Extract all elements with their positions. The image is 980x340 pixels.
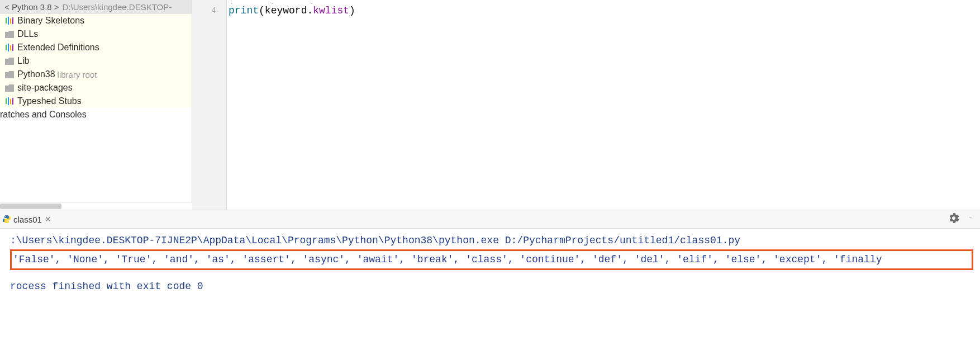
sidebar-header[interactable]: < Python 3.8 > D:\Users\kingdee.DESKTOP-	[0, 0, 192, 14]
svg-rect-10	[10, 99, 11, 104]
svg-rect-2	[10, 18, 11, 23]
console-command-line: :\Users\kingdee.DESKTOP-7IJNE2P\AppData\…	[10, 232, 973, 249]
stub-icon	[4, 16, 15, 25]
tree-item-binary-skeletons[interactable]: Binary Skeletons	[0, 14, 192, 27]
tree-item-label: Python38	[17, 69, 55, 79]
python-path-label: D:\Users\kingdee.DESKTOP-	[63, 2, 172, 12]
tree-item-lib[interactable]: Lib	[0, 54, 192, 68]
tree-item-typeshed-stubs[interactable]: Typeshed Stubs	[0, 95, 192, 108]
tree-item-label: Extended Definitions	[17, 42, 99, 53]
code-editor[interactable]: 4 import keyword print(keyword.kwlist)	[192, 0, 980, 210]
console-exit-line: rocess finished with exit code 0	[10, 278, 973, 295]
svg-rect-5	[8, 44, 9, 51]
tree-item-label: ratches and Consoles	[0, 110, 87, 119]
library-root-label: library root	[58, 70, 97, 79]
tree-item-label: site-packages	[17, 83, 73, 93]
svg-point-13	[7, 221, 8, 223]
run-console[interactable]: :\Users\kingdee.DESKTOP-7IJNE2P\AppData\…	[0, 229, 980, 299]
code-line-4: print(keyword.kwlist)	[227, 3, 980, 18]
svg-rect-1	[8, 17, 9, 25]
svg-rect-6	[10, 45, 11, 50]
run-tab-label[interactable]: class01	[13, 215, 42, 224]
tree-item-site-packages[interactable]: site-packages	[0, 81, 192, 95]
svg-rect-9	[8, 97, 9, 105]
stub-icon	[4, 97, 15, 106]
sidebar-scrollbar[interactable]	[0, 202, 192, 210]
highlighted-output: 'False', 'None', 'True', 'and', 'as', 'a…	[10, 249, 973, 270]
code-area[interactable]: import keyword print(keyword.kwlist)	[227, 0, 980, 210]
minimize-icon[interactable]	[965, 213, 976, 223]
svg-rect-8	[6, 98, 7, 104]
close-tab-button[interactable]: ✕	[45, 215, 51, 224]
line-number: 4	[192, 3, 216, 18]
tree-item-python38[interactable]: Python38 library root	[0, 68, 192, 81]
settings-icon[interactable]	[949, 213, 959, 223]
editor-gutter: 4	[192, 0, 227, 210]
folder-icon	[4, 56, 15, 65]
tree-item-extended-definitions[interactable]: Extended Definitions	[0, 41, 192, 54]
svg-point-12	[5, 216, 6, 217]
svg-rect-4	[6, 45, 7, 50]
project-tree: Binary Skeletons DLLs Extended Definitio…	[0, 14, 192, 108]
svg-rect-11	[12, 98, 13, 105]
console-kwlist-output: 'False', 'None', 'True', 'and', 'as', 'a…	[13, 254, 882, 265]
tree-item-label: Lib	[17, 56, 29, 66]
tree-item-label: Typeshed Stubs	[17, 96, 82, 106]
folder-icon	[4, 30, 15, 39]
project-sidebar: < Python 3.8 > D:\Users\kingdee.DESKTOP-…	[0, 0, 192, 210]
stub-icon	[4, 43, 15, 52]
folder-icon	[4, 83, 15, 92]
tree-item-dlls[interactable]: DLLs	[0, 27, 192, 41]
svg-rect-3	[12, 17, 13, 24]
run-tabbar: class01 ✕	[0, 210, 980, 229]
folder-icon	[4, 70, 15, 79]
tree-item-label: Binary Skeletons	[17, 16, 84, 26]
svg-rect-7	[12, 44, 13, 51]
tree-item-scratches[interactable]: ratches and Consoles	[0, 108, 192, 121]
tree-item-label: DLLs	[17, 29, 38, 39]
svg-rect-0	[6, 18, 7, 23]
python-file-icon	[2, 215, 11, 224]
python-version-label: < Python 3.8 >	[4, 2, 59, 12]
